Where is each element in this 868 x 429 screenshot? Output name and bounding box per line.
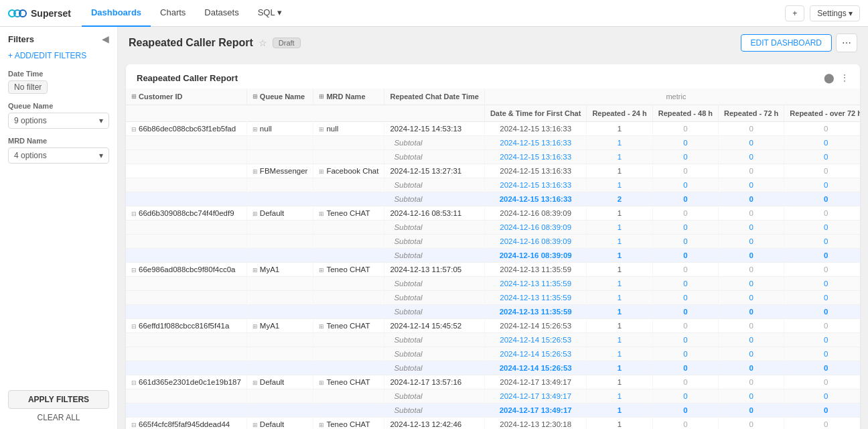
cell-first-chat: 2024-12-13 11:35:59 bbox=[484, 305, 587, 319]
chart-actions: ⬤ ⋮ bbox=[824, 72, 849, 83]
cell-first-chat: 2024-12-16 08:39:09 bbox=[484, 221, 587, 235]
cell-customer-id: ⊟66effd1f088cbcc816f5f41a bbox=[126, 319, 246, 333]
date-time-tag[interactable]: No filter bbox=[8, 80, 48, 94]
cell-chat-datetime: 2024-12-15 14:53:13 bbox=[384, 122, 484, 136]
cell-r48: 0 bbox=[652, 249, 718, 263]
cell-mrd-name: ⊞Teneo CHAT bbox=[313, 206, 384, 221]
cell-r72: 0 bbox=[719, 235, 784, 249]
nav-charts[interactable]: Charts bbox=[151, 0, 195, 27]
cell-chat-datetime: Subtotal bbox=[384, 347, 484, 361]
cell-r48: 0 bbox=[652, 319, 718, 333]
nav-datasets[interactable]: Datasets bbox=[195, 0, 248, 27]
cell-mrd-name bbox=[313, 291, 384, 305]
cell-queue-name bbox=[246, 235, 313, 249]
cell-queue-name bbox=[246, 221, 313, 235]
cell-mrd-name bbox=[313, 249, 384, 263]
cell-r48: 0 bbox=[652, 333, 718, 347]
cell-r24: 1 bbox=[587, 178, 652, 192]
settings-button[interactable]: Settings ▾ bbox=[810, 5, 860, 21]
cell-queue-name: ⊞Default bbox=[246, 418, 313, 430]
main-layout: Filters ◀ + ADD/EDIT FILTERS Date Time N… bbox=[0, 27, 868, 429]
col-queue-name: ⊞ Queue Name bbox=[246, 88, 313, 105]
cell-customer-id: ⊟66b86dec088cbc63f1eb5fad bbox=[126, 122, 246, 136]
cell-r72plus: 0 bbox=[784, 361, 860, 375]
cell-customer-id bbox=[126, 333, 246, 347]
clear-all-button[interactable]: CLEAR ALL bbox=[8, 413, 109, 422]
chart-card: Reapeated Caller Report ⬤ ⋮ ⊞ Customer I… bbox=[126, 64, 860, 429]
cell-mrd-name bbox=[313, 221, 384, 235]
cell-mrd-name bbox=[313, 361, 384, 375]
chart-action-circle-icon[interactable]: ⬤ bbox=[824, 72, 835, 83]
sidebar-collapse-button[interactable]: ◀ bbox=[102, 34, 109, 44]
cell-first-chat: 2024-12-14 15:26:53 bbox=[484, 347, 587, 361]
add-edit-filters-link[interactable]: + ADD/EDIT FILTERS bbox=[8, 51, 109, 60]
cell-chat-datetime: Subtotal bbox=[384, 178, 484, 192]
cell-r72: 0 bbox=[719, 263, 784, 277]
cell-r72plus: 0 bbox=[784, 305, 860, 319]
cell-r72: 0 bbox=[719, 291, 784, 305]
cell-r72plus: 0 bbox=[784, 150, 860, 164]
queue-name-chevron: ▾ bbox=[99, 116, 103, 125]
mrd-name-select[interactable]: 4 options ▾ bbox=[8, 147, 109, 164]
queue-name-label: Queue Name bbox=[8, 102, 109, 110]
cell-r72: 0 bbox=[719, 277, 784, 291]
cell-r72plus: 0 bbox=[784, 249, 860, 263]
cell-r72plus: 0 bbox=[784, 404, 860, 418]
cell-queue-name bbox=[246, 136, 313, 150]
cell-chat-datetime: Subtotal bbox=[384, 404, 484, 418]
cell-first-chat: 2024-12-15 13:16:33 bbox=[484, 150, 587, 164]
chart-action-more-icon[interactable]: ⋮ bbox=[840, 72, 849, 83]
col-customer-id: ⊞ Customer ID bbox=[126, 88, 246, 105]
cell-r48: 0 bbox=[652, 206, 718, 221]
cell-mrd-name bbox=[313, 235, 384, 249]
cell-r48: 0 bbox=[652, 389, 718, 404]
cell-r48: 0 bbox=[652, 277, 718, 291]
cell-mrd-name bbox=[313, 404, 384, 418]
cell-r72: 0 bbox=[719, 122, 784, 136]
report-table: ⊞ Customer ID ⊞ Queue Name ⊞ MRD Name Re… bbox=[126, 88, 860, 429]
cell-r72plus: 0 bbox=[784, 178, 860, 192]
cell-mrd-name bbox=[313, 150, 384, 164]
cell-queue-name bbox=[246, 389, 313, 404]
cell-customer-id: ⊟66e986ad088cbc9f80f4cc0a bbox=[126, 263, 246, 277]
nav-dashboards[interactable]: Dashboards bbox=[82, 0, 151, 27]
cell-r24: 1 bbox=[587, 319, 652, 333]
cell-r72: 0 bbox=[719, 249, 784, 263]
cell-queue-name: ⊞MyA1 bbox=[246, 319, 313, 333]
cell-first-chat: 2024-12-16 08:39:09 bbox=[484, 249, 587, 263]
cell-first-chat: 2024-12-15 13:16:33 bbox=[484, 164, 587, 178]
superset-logo-icon bbox=[8, 7, 27, 19]
nav-sql[interactable]: SQL ▾ bbox=[248, 0, 291, 27]
plus-button[interactable]: + bbox=[785, 5, 804, 21]
logo[interactable]: Superset bbox=[8, 7, 71, 19]
cell-first-chat: 2024-12-16 08:39:09 bbox=[484, 235, 587, 249]
cell-queue-name bbox=[246, 291, 313, 305]
queue-name-filter-section: Queue Name 9 options ▾ bbox=[8, 102, 109, 129]
cell-queue-name: ⊞MyA1 bbox=[246, 263, 313, 277]
cell-r48: 0 bbox=[652, 164, 718, 178]
cell-r72plus: 0 bbox=[784, 319, 860, 333]
col-chat-datetime: Repeated Chat Date Time bbox=[384, 88, 484, 105]
cell-chat-datetime: 2024-12-13 11:57:05 bbox=[384, 263, 484, 277]
cell-r48: 0 bbox=[652, 235, 718, 249]
apply-filters-button[interactable]: APPLY FILTERS bbox=[8, 390, 109, 409]
cell-first-chat: 2024-12-17 13:49:17 bbox=[484, 375, 587, 389]
cell-chat-datetime: Subtotal bbox=[384, 277, 484, 291]
cell-first-chat: 2024-12-16 08:39:09 bbox=[484, 206, 587, 221]
cell-r72: 0 bbox=[719, 164, 784, 178]
mrd-name-placeholder: 4 options bbox=[14, 151, 47, 160]
cell-customer-id: ⊟665f4cfc8f5faf945ddead44 bbox=[126, 418, 246, 430]
col-r48: Repeated - 48 h bbox=[652, 105, 718, 122]
favorite-star-icon[interactable]: ☆ bbox=[259, 38, 267, 48]
cell-chat-datetime: 2024-12-17 13:57:16 bbox=[384, 375, 484, 389]
col-r72p: Repeated - over 72 h bbox=[784, 105, 860, 122]
more-options-button[interactable]: ⋯ bbox=[836, 34, 857, 52]
cell-chat-datetime: Subtotal bbox=[384, 192, 484, 206]
cell-queue-name bbox=[246, 150, 313, 164]
queue-name-select[interactable]: 9 options ▾ bbox=[8, 113, 109, 129]
cell-r72: 0 bbox=[719, 404, 784, 418]
queue-name-placeholder: 9 options bbox=[14, 116, 47, 125]
cell-chat-datetime: Subtotal bbox=[384, 221, 484, 235]
edit-dashboard-button[interactable]: EDIT DASHBOARD bbox=[741, 34, 832, 52]
cell-mrd-name bbox=[313, 178, 384, 192]
